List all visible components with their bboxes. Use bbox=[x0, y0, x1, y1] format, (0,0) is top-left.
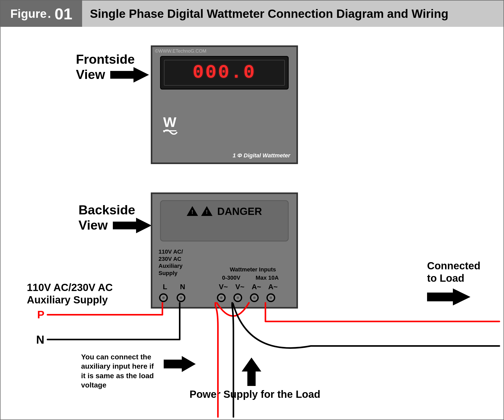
svg-marker-1 bbox=[113, 218, 152, 233]
device-description: 1 Φ Digital Wattmeter bbox=[233, 152, 290, 159]
aux-supply-heading: 110V AC/230V AC Auxiliary Supply bbox=[27, 281, 113, 306]
terminal-letters: L N V~ V~ A~ A~ bbox=[159, 283, 290, 290]
terminal-V1 bbox=[217, 293, 226, 302]
current-range: Max 10A bbox=[256, 274, 279, 281]
svg-marker-2 bbox=[164, 356, 196, 372]
figure-number: 01 bbox=[54, 5, 72, 23]
arrow-right-icon bbox=[113, 218, 152, 233]
danger-text: DANGER bbox=[217, 206, 262, 217]
terminal-label-N: N bbox=[176, 283, 189, 290]
terminal-label-A2: A~ bbox=[266, 283, 279, 290]
aux-note: You can connect the auxiliary input here… bbox=[81, 352, 161, 390]
terminal-row bbox=[158, 291, 291, 304]
terminal-label-A1: A~ bbox=[250, 283, 263, 290]
terminal-label-V2: V~ bbox=[233, 283, 246, 290]
arrow-up-icon bbox=[241, 358, 262, 386]
svg-marker-4 bbox=[427, 288, 470, 305]
danger-panel: DANGER bbox=[160, 200, 289, 241]
frontside-label: Frontside View bbox=[76, 52, 149, 83]
warning-icon bbox=[187, 206, 198, 216]
terminal-label-V1: V~ bbox=[217, 283, 230, 290]
terminal-V2 bbox=[233, 293, 242, 302]
svg-marker-0 bbox=[110, 67, 149, 83]
arrow-right-icon bbox=[164, 355, 197, 373]
wattmeter-back: DANGER 110V AC/ 230V AC Auxiliary Supply… bbox=[151, 192, 298, 309]
terminal-L bbox=[159, 293, 168, 302]
terminal-N bbox=[177, 293, 185, 302]
backside-label: Backside View bbox=[78, 203, 152, 233]
figure-badge: Figure.01 bbox=[1, 1, 82, 27]
arrow-right-icon bbox=[110, 67, 149, 83]
terminal-A2 bbox=[266, 293, 275, 302]
phase-wire-label: P bbox=[37, 309, 44, 321]
terminal-A1 bbox=[250, 293, 259, 302]
connected-to-load-label: Connected to Load bbox=[427, 260, 481, 284]
power-supply-label: Power Supply for the Load bbox=[190, 389, 320, 400]
figure-header: Figure.01 Single Phase Digital Wattmeter… bbox=[1, 1, 503, 27]
svg-marker-3 bbox=[242, 358, 261, 386]
arrow-right-icon bbox=[427, 288, 471, 306]
wattmeter-front: ©WWW.ETechnoG.COM 000.0 W 1 Φ Digital Wa… bbox=[151, 45, 298, 164]
figure-title: Single Phase Digital Wattmeter Connectio… bbox=[82, 1, 503, 27]
display-reading: 000.0 bbox=[193, 62, 256, 83]
figure-page: Figure.01 Single Phase Digital Wattmeter… bbox=[0, 0, 504, 420]
copyright-text: ©WWW.ETechnoG.COM bbox=[152, 47, 296, 54]
aux-supply-label: 110V AC/ 230V AC Auxiliary Supply bbox=[159, 248, 205, 277]
inputs-heading: Wattmeter Inputs bbox=[230, 266, 276, 273]
watt-symbol: W bbox=[163, 114, 178, 135]
terminal-label-L: L bbox=[159, 283, 171, 290]
digital-display: 000.0 bbox=[160, 56, 289, 90]
figure-prefix: Figure bbox=[10, 7, 47, 21]
neutral-wire-label: N bbox=[36, 333, 44, 346]
diagram-area: Frontside View ©WWW.ETechnoG.COM 000.0 W… bbox=[1, 27, 503, 419]
warning-icon bbox=[201, 206, 212, 216]
voltage-range: 0-300V bbox=[222, 274, 240, 281]
